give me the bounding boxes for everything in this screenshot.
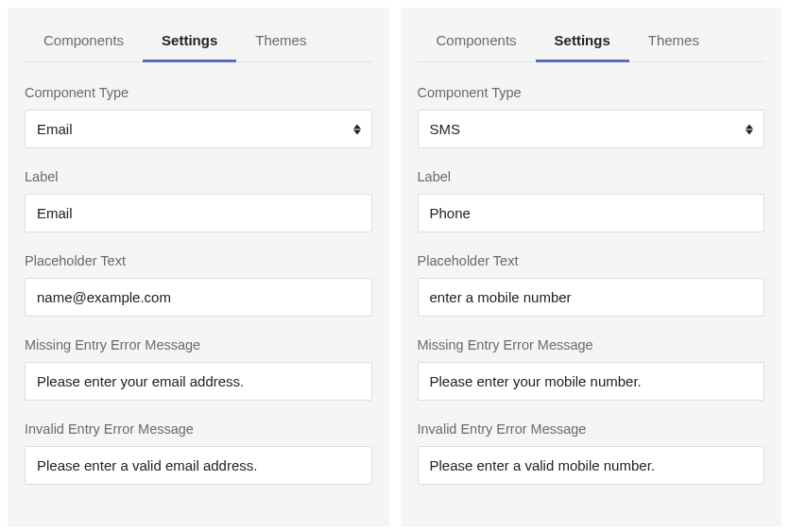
tab-themes[interactable]: Themes <box>629 23 718 62</box>
tab-bar: Components Settings Themes <box>418 23 765 62</box>
field-placeholder: Placeholder Text <box>418 253 765 317</box>
label-label: Label <box>25 169 372 184</box>
label-placeholder: Placeholder Text <box>418 253 765 268</box>
component-type-select[interactable] <box>418 110 765 148</box>
placeholder-input[interactable] <box>418 278 765 317</box>
tab-components[interactable]: Components <box>418 23 536 62</box>
field-placeholder: Placeholder Text <box>25 253 372 317</box>
label-component-type: Component Type <box>25 85 372 100</box>
field-component-type: Component Type <box>25 85 372 148</box>
label-invalid-entry: Invalid Entry Error Message <box>25 421 372 437</box>
missing-entry-input[interactable] <box>25 362 372 401</box>
field-component-type: Component Type <box>418 85 765 148</box>
settings-panel-right: Components Settings Themes Component Typ… <box>401 8 782 526</box>
tab-components[interactable]: Components <box>25 23 143 62</box>
invalid-entry-input[interactable] <box>418 446 765 485</box>
field-label: Label <box>418 169 765 232</box>
component-type-select[interactable] <box>25 110 372 148</box>
field-invalid-entry: Invalid Entry Error Message <box>25 421 372 485</box>
tab-settings[interactable]: Settings <box>143 23 236 62</box>
label-invalid-entry: Invalid Entry Error Message <box>418 421 765 437</box>
field-missing-entry: Missing Entry Error Message <box>25 337 372 401</box>
label-placeholder: Placeholder Text <box>25 253 372 268</box>
placeholder-input[interactable] <box>25 278 372 317</box>
tab-settings[interactable]: Settings <box>536 23 629 62</box>
label-component-type: Component Type <box>418 85 765 100</box>
missing-entry-input[interactable] <box>418 362 765 401</box>
tab-bar: Components Settings Themes <box>25 23 372 62</box>
label-input[interactable] <box>418 194 765 232</box>
field-missing-entry: Missing Entry Error Message <box>418 337 765 401</box>
settings-panel-left: Components Settings Themes Component Typ… <box>8 8 389 526</box>
label-label: Label <box>418 169 765 184</box>
field-label: Label <box>25 169 372 232</box>
label-missing-entry: Missing Entry Error Message <box>25 337 372 352</box>
invalid-entry-input[interactable] <box>25 446 372 485</box>
tab-themes[interactable]: Themes <box>236 23 325 62</box>
field-invalid-entry: Invalid Entry Error Message <box>418 421 765 485</box>
select-wrap <box>25 110 372 148</box>
label-input[interactable] <box>25 194 372 232</box>
select-wrap <box>418 110 765 148</box>
label-missing-entry: Missing Entry Error Message <box>418 337 765 352</box>
